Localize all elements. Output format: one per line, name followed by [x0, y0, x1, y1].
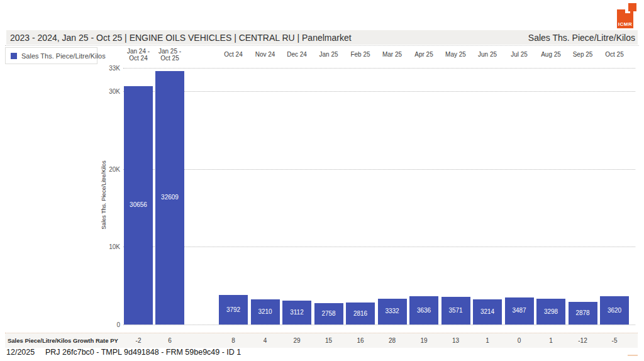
- measure-title: Sales Ths. Piece/Litre/Kilos: [528, 33, 638, 43]
- y-tick-label: 10K: [92, 243, 120, 250]
- bar-Apr 25[interactable]: 3636: [409, 296, 438, 325]
- column-header: Dec 24: [287, 51, 307, 58]
- bar-Jan 24 - Oct 24[interactable]: 30656: [124, 86, 153, 325]
- growth-rate-row: Sales Piece/Litre/Kilos Growth Rate PY -…: [5, 333, 638, 348]
- bar-Oct 24[interactable]: 3792: [219, 295, 248, 325]
- bar-Feb 25[interactable]: 2816: [346, 303, 375, 325]
- y-tick-label: 20K: [92, 165, 120, 172]
- column-header: Jun 25: [478, 51, 497, 58]
- bar-value-label: 3620: [600, 307, 629, 314]
- bar-value-label: 3332: [378, 308, 407, 314]
- growth-rate-value: 1: [549, 333, 553, 348]
- bar-value-label: 3214: [473, 308, 502, 315]
- bar-Dec 24[interactable]: 3112: [282, 301, 311, 325]
- y-tick-label: 0: [92, 321, 120, 328]
- growth-rate-value: -5: [612, 333, 618, 348]
- bar-value-label: 3210: [251, 308, 280, 315]
- gridline-33K: [123, 68, 635, 69]
- bar-value-label: 2816: [346, 310, 375, 317]
- growth-rate-value: 28: [389, 333, 396, 348]
- chart-top-separator: [5, 45, 639, 46]
- gridline-10K: [123, 247, 635, 247]
- growth-rate-value: 6: [168, 333, 172, 348]
- column-header: Oct 25: [605, 51, 623, 58]
- y-tick-label: 33K: [92, 65, 120, 72]
- bar-value-label: 3112: [282, 309, 311, 316]
- legend-label: Sales Ths. Piece/Litre/Kilos: [21, 52, 106, 60]
- gridline-20K: [123, 169, 635, 170]
- column-header: Apr 25: [414, 51, 433, 58]
- column-header: Mar 25: [382, 51, 402, 58]
- bar-Oct 25[interactable]: 3620: [600, 296, 629, 325]
- column-header: May 25: [445, 51, 466, 58]
- bar-Sep 25[interactable]: 2878: [569, 302, 597, 325]
- icmr-logo: ICMR: [615, 3, 638, 28]
- bar-value-label: 2878: [569, 309, 597, 316]
- bar-Aug 25[interactable]: 3298: [536, 299, 565, 325]
- icmr-logo-text: ICMR: [617, 21, 633, 27]
- growth-rate-value: 15: [325, 333, 332, 348]
- legend-swatch: [11, 53, 17, 59]
- bar-Jun 25[interactable]: 3214: [473, 299, 502, 325]
- bar-Nov 24[interactable]: 3210: [251, 299, 280, 325]
- footer-reference: PRJ 26fc7bc0 - TMPL 9d491848 - FRM 59be9…: [45, 348, 241, 357]
- bar-value-label: 30656: [124, 201, 153, 208]
- bar-value-label: 3571: [441, 307, 470, 314]
- growth-rate-value: -2: [136, 333, 142, 348]
- growth-rate-value: 0: [518, 333, 521, 348]
- bar-Jul 25[interactable]: 3487: [505, 297, 534, 325]
- growth-rate-value: 13: [452, 333, 459, 348]
- growth-rate-value: 4: [264, 333, 267, 348]
- bar-Mar 25[interactable]: 3332: [378, 299, 407, 325]
- icmr-logo-small-square: [628, 3, 636, 11]
- growth-rate-value: -12: [578, 333, 587, 348]
- footer-date: 12/2025: [6, 348, 35, 357]
- y-tick-label: 30K: [92, 88, 120, 95]
- title-bar: 2023 - 2024, Jan 25 - Oct 25 | ENGINE OI…: [6, 30, 638, 45]
- bar-value-label: 3298: [536, 308, 565, 315]
- column-header: Aug 25: [541, 51, 561, 58]
- bar-Jan 25[interactable]: 2758: [314, 303, 343, 325]
- bar-value-label: 3487: [505, 307, 534, 314]
- bar-Jan 25 - Oct 25[interactable]: 32609: [155, 71, 184, 325]
- bar-value-label: 3636: [409, 307, 438, 314]
- column-header: Feb 25: [350, 51, 370, 58]
- column-header: Sep 25: [573, 51, 593, 58]
- report-title: 2023 - 2024, Jan 25 - Oct 25 | ENGINE OI…: [6, 33, 352, 43]
- column-header: Nov 24: [255, 51, 275, 58]
- growth-rate-value: 16: [357, 333, 364, 348]
- column-header: Jan 25 -Oct 25: [158, 48, 181, 62]
- bar-value-label: 2758: [314, 310, 343, 317]
- report-page: ICMR 2023 - 2024, Jan 25 - Oct 25 | ENGI…: [0, 0, 644, 361]
- column-header: Jul 25: [511, 51, 528, 58]
- y-axis-title: Sales Ths. Piece/Litre/Kilos: [101, 126, 107, 195]
- column-header: Jan 25: [319, 51, 338, 58]
- growth-rate-value: 8: [231, 333, 235, 348]
- column-header: Jan 24 -Oct 24: [127, 48, 150, 62]
- growth-rate-value: 29: [293, 333, 300, 348]
- column-header: Oct 24: [224, 51, 242, 58]
- bar-value-label: 32609: [155, 194, 184, 201]
- gridline-0: [123, 325, 635, 325]
- gridline-30K: [123, 91, 635, 92]
- bar-value-label: 3792: [219, 306, 248, 313]
- growth-rate-label: Sales Piece/Litre/Kilos Growth Rate PY: [8, 333, 118, 348]
- bar-May 25[interactable]: 3571: [441, 297, 470, 325]
- growth-rate-value: 19: [420, 333, 427, 348]
- legend-box[interactable]: Sales Ths. Piece/Litre/Kilos: [5, 47, 97, 64]
- corner-scroll-dash[interactable]: [628, 355, 638, 356]
- growth-rate-value: 1: [486, 333, 489, 348]
